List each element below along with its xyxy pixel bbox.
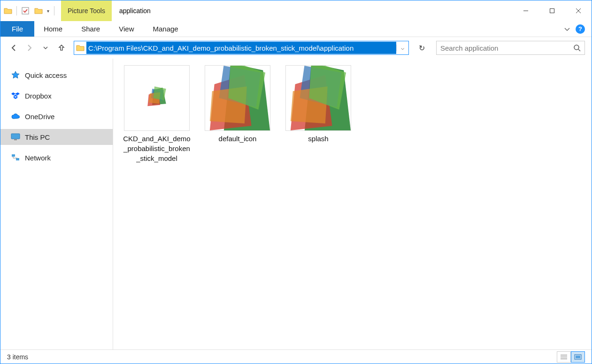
- tab-view[interactable]: View: [109, 21, 143, 37]
- file-item[interactable]: default_icon: [202, 65, 273, 163]
- address-input[interactable]: [86, 42, 396, 54]
- close-button[interactable]: [565, 0, 592, 21]
- svg-line-6: [578, 49, 580, 51]
- sidebar-item-label: OneDrive: [25, 113, 54, 121]
- tab-share[interactable]: Share: [72, 21, 109, 37]
- svg-rect-30: [576, 356, 580, 358]
- sidebar-item-quick-access[interactable]: Quick access: [0, 67, 113, 83]
- sidebar-item-this-pc[interactable]: This PC: [0, 129, 113, 145]
- maximize-button[interactable]: [539, 0, 565, 21]
- minimize-button[interactable]: [513, 0, 539, 21]
- file-name-label: CKD_and_AKI_demo_probabilistic_broken_st…: [122, 134, 192, 163]
- file-name-label: default_icon: [219, 134, 257, 144]
- status-bar: 3 items: [0, 349, 592, 364]
- address-dropdown-icon[interactable]: ⌵: [396, 45, 408, 51]
- window-title: application: [119, 0, 151, 21]
- sidebar-item-label: Dropbox: [25, 92, 52, 100]
- refresh-button[interactable]: ↻: [415, 41, 429, 55]
- file-thumbnail: [124, 65, 190, 131]
- svg-rect-8: [14, 139, 17, 140]
- search-icon[interactable]: [573, 44, 581, 52]
- svg-marker-15: [154, 86, 166, 100]
- window-controls: [513, 0, 592, 21]
- svg-rect-0: [22, 8, 29, 14]
- navigation-pane: Quick access Dropbox OneDrive This PC Ne…: [0, 59, 113, 349]
- ribbon-collapse-icon[interactable]: [563, 25, 571, 33]
- help-icon[interactable]: ?: [576, 24, 585, 34]
- tab-manage[interactable]: Manage: [143, 21, 187, 37]
- context-tab-area: Picture Tools: [61, 0, 112, 21]
- svg-rect-9: [12, 154, 15, 157]
- folder-icon: [3, 6, 13, 15]
- tab-home[interactable]: Home: [34, 21, 72, 37]
- qat-dropdown-icon[interactable]: ▾: [47, 8, 49, 14]
- status-text: 3 items: [7, 353, 28, 361]
- search-box[interactable]: [436, 41, 585, 55]
- divider: [16, 6, 17, 15]
- details-view-button[interactable]: [557, 351, 571, 363]
- up-button[interactable]: [55, 41, 68, 54]
- quick-access-toolbar: ▾: [0, 0, 58, 21]
- monitor-icon: [11, 132, 20, 142]
- divider: [54, 6, 54, 15]
- address-bar[interactable]: ⌵: [74, 41, 409, 55]
- view-switcher: [557, 351, 585, 363]
- content-area: Quick access Dropbox OneDrive This PC Ne…: [0, 59, 592, 349]
- thumbnails-view-button[interactable]: [571, 351, 585, 363]
- dropbox-icon: [11, 91, 20, 100]
- cloud-icon: [11, 112, 20, 121]
- sidebar-item-label: This PC: [25, 133, 50, 141]
- recent-locations-button[interactable]: [39, 41, 52, 54]
- context-tab-picture-tools[interactable]: Picture Tools: [61, 0, 112, 21]
- folder-icon: [74, 44, 86, 52]
- svg-point-5: [574, 45, 579, 50]
- file-item[interactable]: splash: [283, 65, 354, 163]
- search-input[interactable]: [440, 44, 573, 52]
- back-button[interactable]: [7, 41, 20, 54]
- titlebar: ▾ Picture Tools application: [0, 0, 592, 21]
- svg-rect-7: [11, 134, 20, 139]
- svg-rect-10: [16, 158, 19, 160]
- file-thumbnail: [285, 65, 351, 131]
- network-icon: [11, 153, 20, 162]
- ribbon-tabs: File Home Share View Manage ?: [0, 21, 592, 37]
- folder-icon[interactable]: [34, 6, 43, 15]
- tab-file[interactable]: File: [0, 21, 34, 37]
- files-pane[interactable]: CKD_and_AKI_demo_probabilistic_broken_st…: [113, 59, 592, 349]
- navigation-bar: ⌵ ↻: [0, 37, 592, 59]
- sidebar-item-onedrive[interactable]: OneDrive: [0, 108, 113, 124]
- file-item[interactable]: CKD_and_AKI_demo_probabilistic_broken_st…: [122, 65, 192, 163]
- sidebar-item-label: Quick access: [25, 71, 67, 79]
- sidebar-item-dropbox[interactable]: Dropbox: [0, 88, 113, 104]
- sidebar-item-label: Network: [25, 154, 51, 162]
- file-name-label: splash: [308, 134, 328, 144]
- sidebar-item-network[interactable]: Network: [0, 150, 113, 166]
- svg-rect-2: [550, 9, 554, 13]
- properties-icon[interactable]: [21, 6, 30, 15]
- star-icon: [11, 70, 20, 80]
- file-thumbnail: [205, 65, 270, 131]
- forward-button[interactable]: [23, 41, 36, 54]
